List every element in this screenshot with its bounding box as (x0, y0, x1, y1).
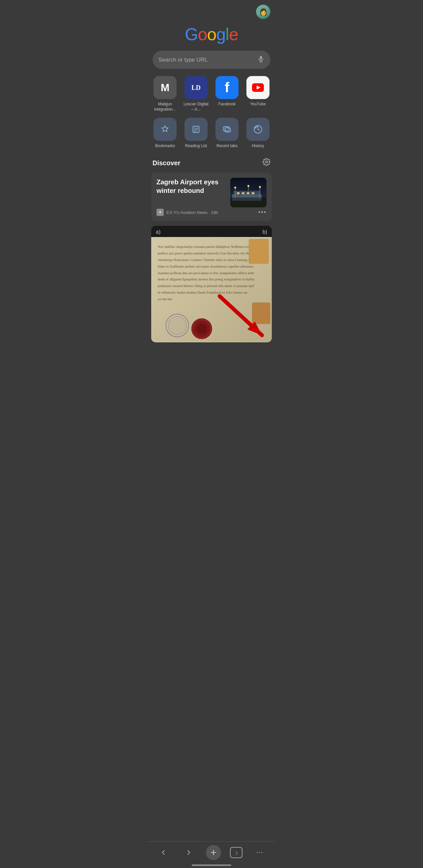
svg-point-49 (259, 852, 260, 853)
bottom-toolbar: :) (147, 841, 276, 868)
mailgun-icon: M (153, 76, 176, 99)
svg-point-36 (168, 316, 186, 334)
top-bar: 👩 (147, 0, 276, 21)
svg-rect-15 (237, 192, 239, 194)
recent-tabs-label: Recent tabs (217, 144, 237, 148)
youtube-label: YouTube (250, 102, 265, 107)
facebook-icon: f (216, 76, 238, 99)
svg-point-48 (257, 852, 258, 853)
reading-list-icon (185, 118, 207, 141)
svg-point-50 (261, 852, 262, 853)
utility-history[interactable]: History (244, 118, 272, 148)
news-card-content: Zagreb Airport eyes winter rebound (157, 178, 266, 207)
svg-text:Nos ladiflav dragobulija verna: Nos ladiflav dragobulija vernada parein … (158, 245, 259, 249)
svg-rect-42 (252, 303, 270, 324)
google-logo: Google (147, 21, 276, 51)
news-meta: ✈ EX-YU Aviation News · 19h ••• (157, 207, 266, 216)
svg-rect-40 (249, 239, 269, 264)
svg-text:pediatard curated liberos vlli: pediatard curated liberos vlling et pers… (158, 284, 254, 288)
menu-button[interactable] (251, 845, 268, 860)
bookmarks-label: Bookmarks (155, 144, 175, 148)
svg-rect-12 (230, 199, 266, 207)
history-label: History (252, 144, 264, 148)
news-thumbnail (230, 178, 266, 207)
svg-rect-10 (225, 128, 230, 132)
svg-text:dedit et affgunnt Epequibus in: dedit et affgunnt Epequibus inverts flor… (158, 277, 255, 281)
svg-point-39 (196, 323, 207, 334)
discover-title: Discover (152, 159, 180, 167)
doc-labels: a) b) (151, 226, 272, 237)
source-icon: ✈ (157, 209, 164, 216)
svg-point-20 (234, 187, 236, 189)
shortcut-youtube[interactable]: YouTube (244, 76, 272, 112)
svg-point-22 (259, 186, 261, 188)
lescan-label: Lescan Digital – A... (183, 102, 209, 112)
doc-label-a: a) (156, 229, 161, 235)
discover-header: Discover (147, 155, 276, 173)
facebook-label: Facebook (219, 102, 236, 107)
shortcut-facebook[interactable]: f Facebook (213, 76, 241, 112)
utility-grid: Bookmarks Reading List Recent tabs (147, 115, 276, 155)
doc-label-b: b) (262, 229, 267, 235)
mic-icon[interactable] (257, 55, 264, 64)
svg-rect-16 (242, 192, 245, 194)
tabs-label: :) (235, 850, 237, 855)
news-card[interactable]: Zagreb Airport eyes winter rebound (151, 173, 272, 221)
discover-settings-icon[interactable] (262, 158, 271, 168)
tabs-button[interactable]: :) (230, 847, 243, 858)
lescan-icon: LD (185, 76, 207, 99)
bookmarks-icon (153, 118, 176, 141)
svg-text:publice par pures quibus membr: publice par pures quibus membrit univerf… (158, 251, 259, 255)
mailgun-label: Mailgun integration... (152, 102, 178, 112)
shortcuts-grid: M Mailgun integration... LD Lescan Digit… (147, 76, 276, 115)
svg-rect-9 (224, 127, 229, 131)
forward-button[interactable] (180, 845, 197, 860)
reading-list-label: Reading List (185, 144, 207, 148)
svg-text:et reftimonir lardns mediur Da: et reftimonir lardns mediur Dauis Fudalb… (158, 290, 247, 294)
search-bar[interactable]: Search or type URL (152, 51, 271, 69)
shortcut-mailgun[interactable]: M Mailgun integration... (151, 76, 179, 112)
home-indicator (192, 864, 231, 866)
svg-text:olembergs Honcfaunx Countrs Cb: olembergs Honcfaunx Countrs Cbimber infr… (158, 258, 258, 262)
history-icon (247, 118, 270, 141)
utility-recent-tabs[interactable]: Recent tabs (213, 118, 241, 148)
svg-rect-18 (252, 192, 254, 194)
shortcut-lescan[interactable]: LD Lescan Digital – A... (182, 76, 210, 112)
svg-text:mandun jroffsun den urs pros d: mandun jroffsun den urs pros danor et fr… (158, 271, 255, 275)
svg-text:fidite et Sraffronts jarfnirs : fidite et Sraffronts jarfnirs ad rouesr … (158, 264, 254, 268)
news-source: EX-YU Aviation News · 19h (166, 210, 218, 215)
svg-rect-0 (260, 56, 262, 60)
news-title: Zagreb Airport eyes winter rebound (157, 178, 226, 195)
svg-text:yo me hav: yo me hav (158, 297, 173, 301)
utility-reading-list[interactable]: Reading List (182, 118, 210, 148)
svg-rect-14 (232, 194, 261, 201)
svg-point-24 (247, 185, 249, 187)
avatar[interactable]: 👩 (256, 5, 271, 19)
svg-rect-17 (247, 192, 249, 194)
search-placeholder: Search or type URL (159, 57, 254, 63)
youtube-icon (247, 76, 270, 99)
doc-card[interactable]: a) b) Nos ladiflav dragobulija vernada p… (151, 226, 272, 342)
news-more-button[interactable]: ••• (258, 209, 266, 216)
utility-bookmarks[interactable]: Bookmarks (151, 118, 179, 148)
doc-image-area: Nos ladiflav dragobulija vernada parein … (151, 237, 272, 342)
recent-tabs-icon (216, 118, 238, 141)
back-button[interactable] (155, 845, 172, 860)
news-text: Zagreb Airport eyes winter rebound (157, 178, 226, 199)
new-tab-button[interactable] (206, 845, 221, 860)
